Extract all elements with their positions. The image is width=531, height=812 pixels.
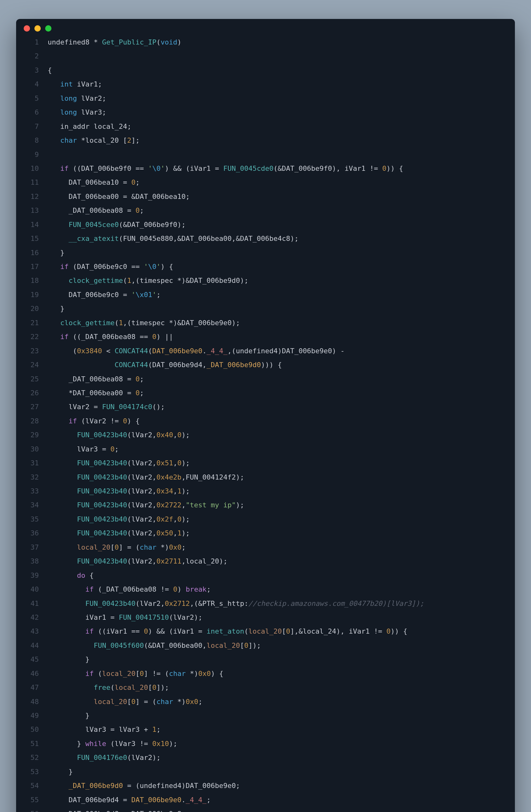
- code-content[interactable]: in_addr local_24;: [48, 120, 507, 133]
- code-content[interactable]: if (local_20[0] != (char *)0x0) {: [48, 667, 507, 681]
- code-line[interactable]: 55 DAT_006be9d4 = DAT_006be9e0._4_4_;: [24, 793, 507, 807]
- code-content[interactable]: FUN_00423b40(lVar2,0x2722,"test my ip");: [48, 498, 507, 512]
- code-line[interactable]: 38 FUN_00423b40(lVar2,0x2711,local_20);: [24, 554, 507, 568]
- code-content[interactable]: FUN_00423b40(lVar2,0x2712,(&PTR_s_http:/…: [48, 597, 507, 611]
- code-line[interactable]: 51 } while (lVar3 != 0x10);: [24, 737, 507, 751]
- code-content[interactable]: FUN_004176e0(lVar2);: [48, 751, 507, 765]
- code-line[interactable]: 46 if (local_20[0] != (char *)0x0) {: [24, 667, 507, 681]
- code-content[interactable]: _DAT_006bea08 = 0;: [48, 372, 507, 386]
- code-line[interactable]: 9: [24, 148, 507, 162]
- code-line[interactable]: 13 _DAT_006bea08 = 0;: [24, 204, 507, 218]
- minimize-icon[interactable]: [34, 25, 41, 32]
- code-line[interactable]: 10 if ((DAT_006be9f0 == '\0') && (iVar1 …: [24, 162, 507, 175]
- code-content[interactable]: [48, 49, 507, 63]
- code-editor[interactable]: 1undefined8 * Get_Public_IP(void)2 3{4 i…: [16, 35, 515, 812]
- code-content[interactable]: clock_gettime(1,(timespec *)&DAT_006be9e…: [48, 316, 507, 330]
- code-content[interactable]: if ((_DAT_006bea08 == 0) ||: [48, 330, 507, 344]
- code-line[interactable]: 12 DAT_006bea00 = &DAT_006bea10;: [24, 190, 507, 204]
- code-content[interactable]: if (lVar2 != 0) {: [48, 414, 507, 428]
- code-line[interactable]: 32 FUN_00423b40(lVar2,0x4e2b,FUN_004124f…: [24, 470, 507, 484]
- code-line[interactable]: 49 }: [24, 709, 507, 723]
- code-content[interactable]: clock_gettime(1,(timespec *)&DAT_006be9d…: [48, 274, 507, 288]
- code-content[interactable]: long lVar3;: [48, 105, 507, 119]
- code-content[interactable]: }: [48, 765, 507, 779]
- code-content[interactable]: FUN_0045cee0(&DAT_006be9f0);: [48, 218, 507, 232]
- code-content[interactable]: }: [48, 246, 507, 260]
- code-line[interactable]: 31 FUN_00423b40(lVar2,0x51,0);: [24, 456, 507, 470]
- code-line[interactable]: 8 char *local_20 [2];: [24, 133, 507, 147]
- code-content[interactable]: char *local_20 [2];: [48, 133, 507, 147]
- code-content[interactable]: [48, 148, 507, 162]
- code-content[interactable]: FUN_0045f600(&DAT_006bea00,local_20[0]);: [48, 639, 507, 653]
- code-line[interactable]: 52 FUN_004176e0(lVar2);: [24, 751, 507, 765]
- code-line[interactable]: 1undefined8 * Get_Public_IP(void): [24, 35, 507, 49]
- code-content[interactable]: if ((iVar1 == 0) && (iVar1 = inet_aton(l…: [48, 624, 507, 638]
- code-line[interactable]: 18 clock_gettime(1,(timespec *)&DAT_006b…: [24, 274, 507, 288]
- code-content[interactable]: FUN_00423b40(lVar2,0x4e2b,FUN_004124f2);: [48, 470, 507, 484]
- code-line[interactable]: 23 (0x3840 < CONCAT44(DAT_006be9e0._4_4_…: [24, 344, 507, 358]
- code-content[interactable]: if (_DAT_006bea08 != 0) break;: [48, 582, 507, 596]
- code-content[interactable]: (0x3840 < CONCAT44(DAT_006be9e0._4_4_,(u…: [48, 344, 507, 358]
- code-line[interactable]: 53 }: [24, 765, 507, 779]
- code-content[interactable]: free(local_20[0]);: [48, 681, 507, 695]
- code-content[interactable]: lVar3 = lVar3 + 1;: [48, 723, 507, 737]
- code-line[interactable]: 6 long lVar3;: [24, 105, 507, 119]
- code-content[interactable]: DAT_006be9d4 = DAT_006be9e0._4_4_;: [48, 793, 507, 807]
- code-content[interactable]: __cxa_atexit(FUN_0045e880,&DAT_006bea00,…: [48, 232, 507, 246]
- code-line[interactable]: 54 _DAT_006be9d0 = (undefined4)DAT_006be…: [24, 779, 507, 793]
- code-content[interactable]: }: [48, 709, 507, 723]
- code-line[interactable]: 4 int iVar1;: [24, 77, 507, 91]
- code-content[interactable]: iVar1 = FUN_00417510(lVar2);: [48, 611, 507, 624]
- code-content[interactable]: DAT_006bea00 = &DAT_006bea10;: [48, 190, 507, 204]
- code-line[interactable]: 30 lVar3 = 0;: [24, 442, 507, 456]
- code-line[interactable]: 26 *DAT_006bea00 = 0;: [24, 386, 507, 400]
- code-content[interactable]: } while (lVar3 != 0x10);: [48, 737, 507, 751]
- close-icon[interactable]: [24, 25, 30, 32]
- code-line[interactable]: 22 if ((_DAT_006bea08 == 0) ||: [24, 330, 507, 344]
- code-line[interactable]: 48 local_20[0] = (char *)0x0;: [24, 695, 507, 709]
- code-content[interactable]: FUN_00423b40(lVar2,0x2f,0);: [48, 512, 507, 526]
- code-line[interactable]: 37 local_20[0] = (char *)0x0;: [24, 540, 507, 554]
- code-line[interactable]: 45 }: [24, 653, 507, 666]
- code-content[interactable]: do {: [48, 569, 507, 582]
- code-content[interactable]: FUN_00423b40(lVar2,0x51,0);: [48, 456, 507, 470]
- code-content[interactable]: lVar3 = 0;: [48, 442, 507, 456]
- code-line[interactable]: 21 clock_gettime(1,(timespec *)&DAT_006b…: [24, 316, 507, 330]
- code-line[interactable]: 19 DAT_006be9c0 = '\x01';: [24, 288, 507, 302]
- code-line[interactable]: 15 __cxa_atexit(FUN_0045e880,&DAT_006bea…: [24, 232, 507, 246]
- code-line[interactable]: 5 long lVar2;: [24, 91, 507, 105]
- code-line[interactable]: 17 if (DAT_006be9c0 == '\0') {: [24, 260, 507, 274]
- code-line[interactable]: 34 FUN_00423b40(lVar2,0x2722,"test my ip…: [24, 498, 507, 512]
- code-content[interactable]: if (DAT_006be9c0 == '\0') {: [48, 260, 507, 274]
- code-content[interactable]: _DAT_006bea08 = 0;: [48, 204, 507, 218]
- code-content[interactable]: {: [48, 63, 507, 77]
- code-line[interactable]: 33 FUN_00423b40(lVar2,0x34,1);: [24, 484, 507, 498]
- code-content[interactable]: FUN_00423b40(lVar2,0x50,1);: [48, 526, 507, 540]
- code-content[interactable]: if ((DAT_006be9f0 == '\0') && (iVar1 = F…: [48, 162, 507, 175]
- code-line[interactable]: 39 do {: [24, 569, 507, 582]
- code-content[interactable]: int iVar1;: [48, 77, 507, 91]
- code-content[interactable]: }: [48, 653, 507, 666]
- code-line[interactable]: 25 _DAT_006bea08 = 0;: [24, 372, 507, 386]
- code-line[interactable]: 28 if (lVar2 != 0) {: [24, 414, 507, 428]
- code-line[interactable]: 41 FUN_00423b40(lVar2,0x2712,(&PTR_s_htt…: [24, 597, 507, 611]
- code-content[interactable]: _DAT_006be9d0 = (undefined4)DAT_006be9e0…: [48, 779, 507, 793]
- code-line[interactable]: 27 lVar2 = FUN_004174c0();: [24, 400, 507, 414]
- code-line[interactable]: 3{: [24, 63, 507, 77]
- code-content[interactable]: local_20[0] = (char *)0x0;: [48, 540, 507, 554]
- code-line[interactable]: 7 in_addr local_24;: [24, 120, 507, 133]
- code-line[interactable]: 40 if (_DAT_006bea08 != 0) break;: [24, 582, 507, 596]
- code-content[interactable]: *DAT_006bea00 = 0;: [48, 386, 507, 400]
- code-content[interactable]: local_20[0] = (char *)0x0;: [48, 695, 507, 709]
- code-line[interactable]: 56 DAT_006be9d8 = DAT_006be9e8;: [24, 807, 507, 812]
- code-content[interactable]: }: [48, 302, 507, 316]
- code-line[interactable]: 43 if ((iVar1 == 0) && (iVar1 = inet_ato…: [24, 624, 507, 638]
- code-content[interactable]: CONCAT44(DAT_006be9d4,_DAT_006be9d0))) {: [48, 358, 507, 372]
- code-line[interactable]: 2: [24, 49, 507, 63]
- code-line[interactable]: 24 CONCAT44(DAT_006be9d4,_DAT_006be9d0))…: [24, 358, 507, 372]
- code-line[interactable]: 50 lVar3 = lVar3 + 1;: [24, 723, 507, 737]
- code-line[interactable]: 14 FUN_0045cee0(&DAT_006be9f0);: [24, 218, 507, 232]
- code-content[interactable]: long lVar2;: [48, 91, 507, 105]
- code-line[interactable]: 11 DAT_006bea10 = 0;: [24, 175, 507, 189]
- code-content[interactable]: undefined8 * Get_Public_IP(void): [48, 35, 507, 49]
